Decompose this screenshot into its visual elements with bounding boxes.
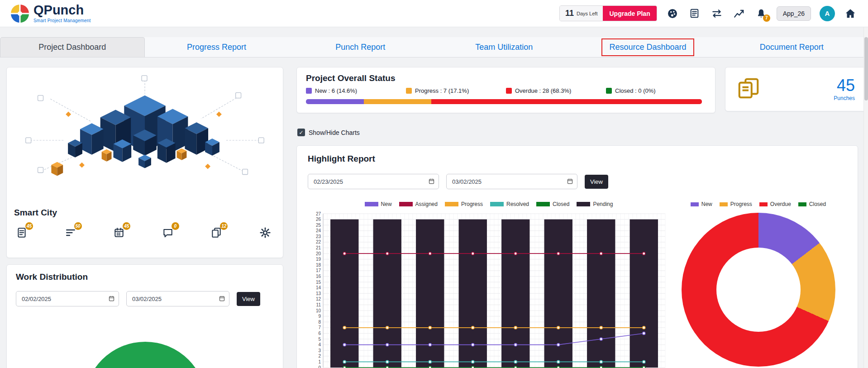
svg-text:21: 21 <box>316 245 321 250</box>
tab-resource-dashboard[interactable]: Resource Dashboard <box>576 37 720 57</box>
tab-document-report[interactable]: Document Report <box>720 37 863 57</box>
calendar-icon[interactable]: 45 <box>112 226 126 239</box>
date-wrap <box>446 174 577 189</box>
highlight-date-from-input[interactable] <box>308 174 439 189</box>
brand[interactable]: QPunch Smart Project Management <box>11 4 91 23</box>
app-selector-button[interactable]: App_26 <box>777 6 811 21</box>
svg-text:9: 9 <box>318 314 321 319</box>
tab-label: Team Utilization <box>475 43 533 52</box>
legend-swatch <box>691 202 699 206</box>
tab-progress-report[interactable]: Progress Report <box>145 37 289 57</box>
svg-text:25: 25 <box>316 223 321 228</box>
tab-label: Project Dashboard <box>38 43 106 52</box>
qpunch-logo-icon <box>11 5 29 23</box>
legend-swatch <box>536 202 550 206</box>
work-distribution-card: Work Distribution View <box>6 264 283 368</box>
checkbox-checked-icon[interactable]: ✓ <box>297 129 305 136</box>
legend-label: Overdue <box>770 201 791 207</box>
progress-icon[interactable]: 50 <box>64 226 77 239</box>
work-date-from-input[interactable] <box>16 291 119 306</box>
tab-project-dashboard[interactable]: Project Dashboard <box>0 37 145 57</box>
documents-icon[interactable]: 12 <box>210 226 223 239</box>
legend-label: Overdue : 28 (68.3%) <box>515 87 571 94</box>
legend-item: Overdue <box>759 201 791 207</box>
legend-item: Assigned <box>399 201 438 207</box>
brand-name: QPunch <box>33 4 91 17</box>
scrollbar-thumb[interactable] <box>864 37 868 100</box>
days-left-number: 11 <box>565 9 574 18</box>
tab-label: Progress Report <box>187 43 246 52</box>
legend-item: Progress <box>720 201 752 207</box>
show-hide-charts-toggle[interactable]: ✓ Show/Hide Charts <box>297 129 360 136</box>
legend-swatch <box>798 202 806 206</box>
legend-swatch <box>759 202 768 206</box>
app-header: QPunch Smart Project Management 11 Days … <box>0 0 868 27</box>
status-bar-segment <box>364 99 432 104</box>
date-wrap <box>308 174 439 189</box>
comments-icon[interactable]: 0 <box>161 226 175 239</box>
work-date-to-input[interactable] <box>126 291 229 306</box>
scrollbar[interactable] <box>863 27 868 368</box>
svg-text:5: 5 <box>318 337 321 342</box>
svg-text:16: 16 <box>316 274 321 279</box>
upgrade-plan-button[interactable]: Upgrade Plan <box>603 6 656 21</box>
legend-swatch <box>445 202 458 206</box>
count-badge: 45 <box>123 222 130 230</box>
punch-list-icon[interactable]: 45 <box>15 226 29 239</box>
highlight-date-to-input[interactable] <box>446 174 577 189</box>
work-distribution-title: Work Distribution <box>16 272 274 282</box>
combo-legend: NewAssignedProgressResolvedClosedPending <box>308 201 670 207</box>
svg-text:27: 27 <box>316 211 321 216</box>
svg-text:6: 6 <box>318 331 321 336</box>
swap-icon[interactable] <box>710 7 724 20</box>
svg-text:1: 1 <box>318 359 321 364</box>
smart-city-illustration <box>14 73 276 208</box>
highlight-view-button[interactable]: View <box>585 175 608 189</box>
overall-status-card: Project Overall Status New : 6 (14.6%)Pr… <box>296 67 715 113</box>
svg-text:17: 17 <box>316 268 321 273</box>
work-view-button[interactable]: View <box>237 292 260 306</box>
avatar[interactable]: A <box>820 6 835 21</box>
tab-team-utilization[interactable]: Team Utilization <box>432 37 576 57</box>
count-badge: 45 <box>25 222 33 230</box>
legend-item: Closed <box>798 201 826 207</box>
legend-swatch <box>399 202 413 206</box>
tab-bar: Project Dashboard Progress Report Punch … <box>0 37 863 57</box>
home-icon[interactable] <box>844 7 857 20</box>
svg-text:13: 13 <box>316 291 321 296</box>
overall-status-bar <box>306 99 702 104</box>
svg-text:3: 3 <box>318 348 321 353</box>
analytics-icon[interactable] <box>732 7 746 20</box>
status-legend-item: Progress : 7 (17.1%) <box>406 87 506 94</box>
report-list-icon[interactable] <box>688 7 701 20</box>
project-icon-row: 45 50 45 0 12 <box>14 226 276 239</box>
legend-label: Pending <box>593 201 613 207</box>
punches-label: Punches <box>834 95 855 101</box>
status-legend-item: Overdue : 28 (68.3%) <box>506 87 606 94</box>
palette-icon[interactable] <box>666 7 679 20</box>
legend-item: Pending <box>577 201 613 207</box>
count-badge: 50 <box>74 222 82 230</box>
status-legend-item: Closed : 0 (0%) <box>606 87 706 94</box>
legend-item: Closed <box>536 201 569 207</box>
legend-item: Progress <box>445 201 483 207</box>
svg-text:12: 12 <box>316 296 321 301</box>
notifications-bell-icon[interactable]: 7 <box>754 7 768 20</box>
legend-swatch <box>506 88 512 94</box>
punches-count: 45 <box>834 77 855 94</box>
svg-text:22: 22 <box>316 239 321 244</box>
donut-chart-block: NewProgressOverdueClosed <box>670 201 847 368</box>
legend-label: Progress <box>730 201 752 207</box>
legend-label: New <box>701 201 712 207</box>
status-donut <box>682 213 835 367</box>
legend-label: Resolved <box>506 201 529 207</box>
count-badge: 12 <box>220 222 228 230</box>
count-badge: 0 <box>172 222 179 230</box>
punches-value-block: 45 Punches <box>834 77 855 101</box>
tab-punch-report[interactable]: Punch Report <box>288 37 432 57</box>
svg-text:15: 15 <box>316 280 321 285</box>
legend-swatch <box>365 202 378 206</box>
settings-icon[interactable] <box>258 226 272 239</box>
legend-swatch <box>720 202 728 206</box>
work-distribution-controls: View <box>16 291 274 306</box>
